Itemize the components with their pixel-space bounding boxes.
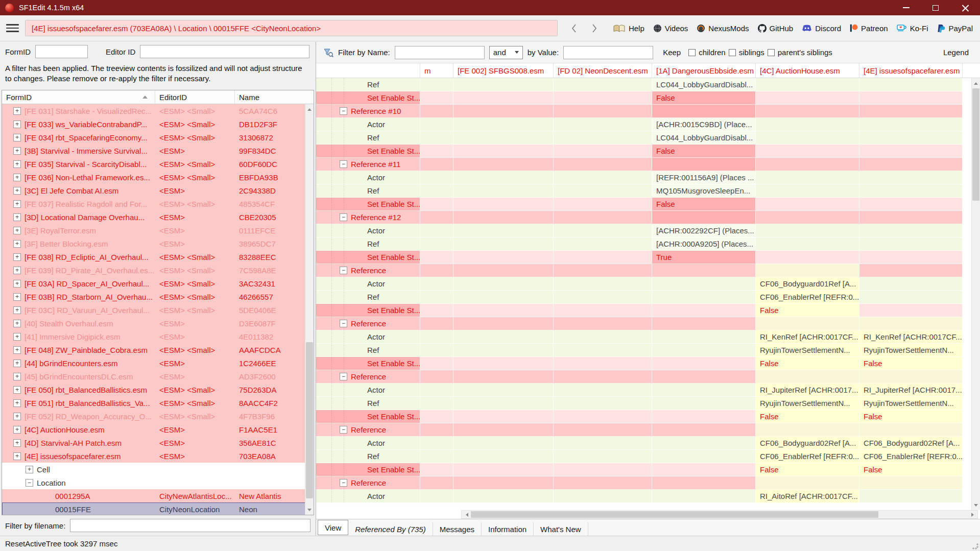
grid-cell[interactable] — [859, 105, 963, 118]
tree-row[interactable]: +[FE 03C] RD_Varuun_AI_Overhaul...<ESM> … — [2, 303, 314, 317]
scrollbar-thumb[interactable] — [306, 342, 313, 498]
keep-checkbox-children[interactable]: children — [688, 48, 726, 57]
grid-row[interactable]: RefLC044_LobbyGuardDisabl... — [316, 78, 980, 91]
grid-cell[interactable] — [859, 224, 963, 237]
grid-cell[interactable] — [652, 304, 756, 317]
filter-by-name-input[interactable] — [395, 46, 485, 59]
right-horizontal-scrollbar[interactable] — [316, 510, 980, 519]
collapse-icon[interactable]: − — [340, 479, 347, 487]
grid-cell[interactable] — [859, 370, 963, 384]
grid-cell[interactable]: False — [756, 410, 859, 423]
column-header-plugin[interactable]: [4E] issuesofspacefarer.esm — [859, 63, 963, 78]
grid-row[interactable]: RefCF06_EnablerRef [REFR:0... — [316, 291, 980, 304]
tab-view[interactable]: View — [318, 520, 348, 535]
grid-cell[interactable]: RyujinTowerSettlementN... — [859, 397, 963, 410]
grid-cell[interactable] — [652, 344, 756, 357]
column-header-plugin[interactable]: [1A] DangerousEbbside.esm — [652, 63, 756, 78]
tree-row[interactable]: +[FE 033] ws_VariableContrabandP...<ESM>… — [2, 117, 314, 131]
tree-row[interactable]: +[45] bGrindEncountersDLC.esm<ESM>AD3F26… — [2, 370, 314, 383]
grid-cell[interactable] — [652, 211, 756, 224]
breadcrumb[interactable]: [4E] issuesofspacefarer.esm (703EA08A) \… — [25, 20, 558, 36]
grid-cell[interactable] — [859, 291, 963, 304]
scroll-up-button[interactable] — [972, 78, 980, 86]
grid-cell[interactable] — [420, 344, 453, 357]
grid-cell[interactable]: RI_KenRef [ACHR:0017CF... — [859, 330, 963, 344]
grid-cell[interactable] — [859, 131, 963, 145]
grid-cell[interactable] — [554, 304, 652, 317]
tree-row[interactable]: +[44] bGrindEncounters.esm<ESM>1C2466EE — [2, 356, 314, 370]
grid-cell[interactable] — [453, 131, 554, 145]
grid-cell[interactable] — [420, 158, 453, 171]
grid-cell[interactable] — [453, 330, 554, 344]
expand-icon[interactable]: + — [13, 386, 21, 394]
scroll-down-button[interactable] — [305, 507, 314, 515]
grid-cell[interactable] — [420, 184, 453, 198]
grid-cell[interactable] — [453, 105, 554, 118]
grid-row[interactable]: Set Enable St...False — [316, 198, 980, 211]
grid-cell[interactable] — [453, 224, 554, 237]
grid-row[interactable]: −Reference — [316, 476, 980, 490]
grid-cell[interactable] — [652, 357, 756, 370]
left-vertical-scrollbar[interactable] — [305, 104, 314, 515]
grid-cell[interactable] — [756, 423, 859, 437]
formid-input[interactable] — [35, 45, 88, 58]
grid-cell[interactable]: [ACHR:002292CF] (Places... — [652, 224, 756, 237]
toolbar-link-ko-fi[interactable]: Ko-Fi — [897, 24, 928, 33]
grid-cell[interactable] — [859, 277, 963, 291]
grid-cell[interactable] — [420, 370, 453, 384]
grid-cell[interactable]: CF06_Bodyguard02Ref [A... — [756, 437, 859, 450]
grid-cell[interactable] — [420, 450, 453, 463]
toolbar-link-github[interactable]: GitHub — [758, 24, 794, 33]
grid-cell[interactable] — [453, 463, 554, 476]
grid-row[interactable]: RefCF06_EnablerRef [REFR:0...CF06_Enable… — [316, 450, 980, 463]
grid-cell[interactable] — [554, 184, 652, 198]
expand-icon[interactable]: + — [13, 253, 21, 261]
expand-icon[interactable]: + — [13, 227, 21, 234]
grid-cell[interactable] — [453, 211, 554, 224]
toolbar-link-videos[interactable]: Videos — [653, 24, 688, 33]
grid-cell[interactable] — [859, 118, 963, 131]
collapse-icon[interactable]: − — [340, 426, 347, 434]
grid-cell[interactable] — [554, 145, 652, 158]
tree-row[interactable]: 0001295ACityNewAtlantisLoc...New Atlanti… — [2, 489, 314, 502]
grid-cell[interactable] — [859, 490, 963, 503]
grid-cell[interactable] — [756, 131, 859, 145]
grid-row[interactable]: Set Enable St...FalseFalse — [316, 463, 980, 476]
grid-cell[interactable] — [554, 251, 652, 264]
grid-cell[interactable]: False — [652, 198, 756, 211]
scrollbar-thumb[interactable] — [471, 511, 878, 518]
grid-cell[interactable] — [453, 397, 554, 410]
expand-icon[interactable]: + — [13, 267, 21, 274]
collapse-icon[interactable]: − — [340, 160, 347, 168]
grid-cell[interactable]: CF06_EnablerRef [REFR:0... — [859, 450, 963, 463]
collapse-icon[interactable]: − — [340, 213, 347, 221]
grid-cell[interactable] — [420, 490, 453, 503]
grid-cell[interactable] — [420, 131, 453, 145]
maximize-button[interactable] — [921, 0, 950, 15]
grid-cell[interactable] — [859, 304, 963, 317]
grid-row[interactable]: ActorRI_KenRef [ACHR:0017CF...RI_KenRef … — [316, 330, 980, 344]
checkbox[interactable] — [688, 49, 696, 56]
grid-cell[interactable] — [453, 410, 554, 423]
tree-row[interactable]: +[FE 035] Starvival - ScarcityDisabl...<… — [2, 157, 314, 171]
grid-cell[interactable] — [453, 317, 554, 330]
grid-cell[interactable] — [652, 264, 756, 277]
grid-cell[interactable] — [420, 291, 453, 304]
scroll-left-button[interactable] — [462, 511, 470, 518]
grid-cell[interactable] — [652, 397, 756, 410]
grid-cell[interactable] — [554, 476, 652, 490]
grid-cell[interactable] — [756, 264, 859, 277]
filter-by-value-input[interactable] — [563, 46, 653, 59]
grid-cell[interactable] — [554, 264, 652, 277]
grid-row[interactable]: ActorRI_JupiterRef [ACHR:0017...RI_Jupit… — [316, 384, 980, 397]
tree-row[interactable]: +[4E] issuesofspacefarer.esm<ESM>703EA08… — [2, 449, 314, 463]
grid-cell[interactable] — [554, 384, 652, 397]
grid-row[interactable]: RefRyujinTowerSettlementN...RyujinTowerS… — [316, 344, 980, 357]
grid-row[interactable]: Actor[ACHR:0015C9BD] (Place... — [316, 118, 980, 131]
tree-row[interactable]: +Cell — [2, 463, 314, 476]
expand-icon[interactable]: + — [13, 147, 21, 155]
grid-cell[interactable] — [554, 211, 652, 224]
grid-cell[interactable] — [859, 317, 963, 330]
grid-cell[interactable] — [420, 78, 453, 91]
grid-cell[interactable]: RI_JupiterRef [ACHR:0017... — [756, 384, 859, 397]
